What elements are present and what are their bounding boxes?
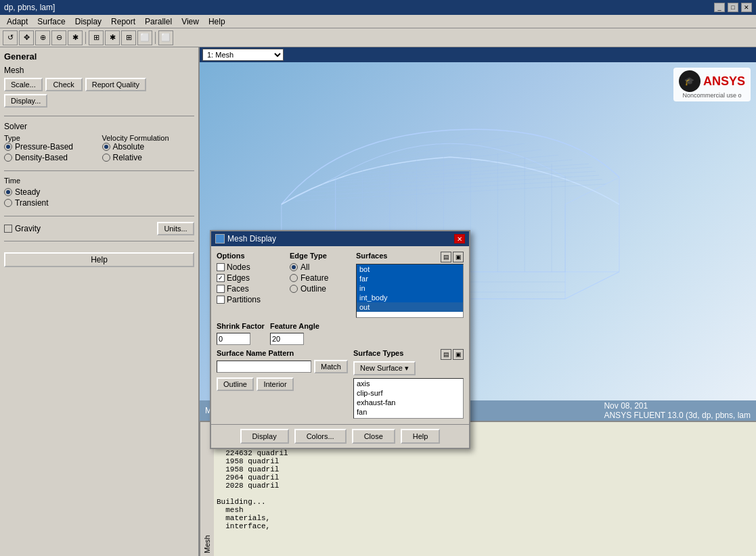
nodes-checkbox[interactable]: Nodes [217, 262, 284, 272]
toolbar-fit[interactable]: ✱ [68, 30, 83, 45]
viewport-date: Nov 08, 201 [604, 401, 648, 411]
surface-bot[interactable]: bot [357, 264, 463, 274]
surface-out[interactable]: out [357, 302, 463, 312]
nodes-label: Nodes [227, 262, 250, 272]
faces-checkbox[interactable]: Faces [217, 284, 284, 294]
mesh-dialog-main-row: Options Nodes Edges Faces Partitions [217, 252, 464, 318]
edges-chk-box [217, 274, 225, 282]
surface-int-body[interactable]: int_body [357, 293, 463, 302]
scale-button[interactable]: Scale... [4, 78, 43, 91]
mesh-dialog-close-button[interactable]: ✕ [454, 234, 465, 244]
type-radios: Pressure-Based Density-Based [4, 142, 97, 162]
surface-in[interactable]: in [357, 283, 463, 293]
relative-label: Relative [113, 153, 142, 162]
dialog-colors-button[interactable]: Colors... [294, 429, 347, 444]
toolbar-frame[interactable]: ⬜ [158, 30, 173, 45]
surface-far[interactable]: far [357, 274, 463, 283]
feature-label: Feature [301, 273, 328, 283]
maximize-button[interactable]: □ [728, 3, 738, 12]
svg-line-4 [302, 179, 602, 196]
surface-type-clip-surf[interactable]: clip-surf [354, 388, 463, 398]
all-label: All [301, 262, 309, 272]
match-button[interactable]: Match [314, 360, 348, 373]
dialog-display-button[interactable]: Display [240, 429, 289, 444]
outline-circle [290, 285, 298, 293]
report-quality-button[interactable]: Report Quality [85, 78, 146, 91]
close-button[interactable]: ✕ [741, 3, 752, 12]
relative-radio[interactable]: Relative [102, 153, 195, 162]
surface-types-listbox[interactable]: axis clip-surf exhaust-fan fan [353, 378, 464, 419]
surface-types-select-all[interactable]: ▤ [441, 349, 451, 360]
new-surface-button[interactable]: New Surface ▾ [353, 361, 416, 375]
menu-parallel[interactable]: Parallel [141, 16, 176, 27]
surfaces-select-all[interactable]: ▤ [441, 252, 451, 262]
surfaces-label: Surfaces [356, 252, 387, 260]
surfaces-listbox[interactable]: bot far in int_body out [356, 264, 464, 318]
menu-report[interactable]: Report [107, 16, 139, 27]
help-button[interactable]: Help [4, 252, 194, 267]
menu-help[interactable]: Help [204, 16, 229, 27]
viewport-fluent-info: ANSYS FLUENT 13.0 (3d, dp, pbns, lam [604, 411, 751, 420]
surface-name-input[interactable] [217, 361, 311, 373]
toolbar-zoom-box[interactable]: ⊞ [89, 30, 104, 45]
surface-type-axis[interactable]: axis [354, 379, 463, 388]
dialog-help-button[interactable]: Help [401, 429, 441, 444]
toolbar-pan[interactable]: ✥ [19, 30, 34, 45]
surface-type-exhaust-fan[interactable]: exhaust-fan [354, 398, 463, 407]
gravity-checkbox[interactable]: Gravity [4, 224, 41, 233]
viewport-dropdown[interactable]: 1: Mesh [202, 49, 284, 61]
menu-view[interactable]: View [177, 16, 203, 27]
surface-name-left: Surface Name Pattern Match Outline Inter… [217, 349, 348, 419]
partitions-chk-box [217, 296, 225, 304]
check-button[interactable]: Check [45, 78, 83, 91]
density-based-radio[interactable]: Density-Based [4, 153, 97, 162]
outline-button[interactable]: Outline [217, 377, 254, 391]
menu-adapt[interactable]: Adapt [3, 16, 32, 27]
edge-type-column: Edge Type All Feature Outline [290, 252, 351, 318]
svg-line-11 [359, 149, 541, 169]
gravity-divider [4, 241, 194, 241]
options-label: Options [217, 252, 284, 260]
surface-name-types-row: Surface Name Pattern Match Outline Inter… [217, 349, 464, 419]
surface-types-column: Surface Types ▤ ▣ New Surface ▾ axis cli… [353, 349, 464, 419]
steady-radio[interactable]: Steady [4, 187, 194, 197]
toolbar-grid[interactable]: ⊞ [121, 30, 136, 45]
toolbar-probe[interactable]: ✱ [105, 30, 120, 45]
menu-display[interactable]: Display [71, 16, 106, 27]
mesh-dialog-title: Mesh Display [227, 234, 276, 244]
dialog-close-button[interactable]: Close [352, 429, 395, 444]
mesh-dialog-titlebar: Mesh Display ✕ [211, 231, 469, 246]
feature-radio[interactable]: Feature [290, 273, 351, 283]
toolbar-zoom-in[interactable]: ⊕ [35, 30, 50, 45]
partitions-checkbox[interactable]: Partitions [217, 295, 284, 304]
type-group: Type Pressure-Based Density-Based [4, 134, 97, 165]
pressure-based-radio[interactable]: Pressure-Based [4, 142, 97, 152]
time-divider [4, 216, 194, 216]
transient-radio[interactable]: Transient [4, 198, 194, 208]
toolbar-rect[interactable]: ⬜ [137, 30, 152, 45]
toolbar: ↺ ✥ ⊕ ⊖ ✱ ⊞ ✱ ⊞ ⬜ ⬜ [0, 28, 756, 47]
feature-angle-input[interactable] [270, 333, 304, 345]
all-radio[interactable]: All [290, 262, 351, 272]
absolute-radio[interactable]: Absolute [102, 142, 195, 152]
surface-types-deselect-all[interactable]: ▣ [453, 349, 464, 360]
surface-type-fan[interactable]: fan [354, 407, 463, 417]
edges-checkbox[interactable]: Edges [217, 273, 284, 283]
interior-button[interactable]: Interior [257, 377, 294, 391]
outline-radio[interactable]: Outline [290, 284, 351, 294]
display-button[interactable]: Display... [4, 94, 47, 108]
mesh-subsection-title: Mesh [4, 66, 194, 75]
outline-label: Outline [301, 284, 326, 294]
vel-form-radios: Absolute Relative [102, 142, 195, 162]
nodes-chk-box [217, 263, 225, 271]
titlebar-text: dp, pbns, lam] [4, 3, 55, 12]
toolbar-zoom-out[interactable]: ⊖ [51, 30, 66, 45]
surfaces-deselect-all[interactable]: ▣ [453, 252, 464, 262]
menu-surface[interactable]: Surface [33, 16, 69, 27]
toolbar-rotate[interactable]: ↺ [3, 30, 18, 45]
surface-name-input-row: Match [217, 360, 348, 373]
time-radios: Steady Transient [4, 187, 194, 208]
units-button[interactable]: Units... [157, 222, 194, 235]
shrink-factor-input[interactable] [217, 333, 250, 345]
minimize-button[interactable]: _ [714, 3, 725, 12]
